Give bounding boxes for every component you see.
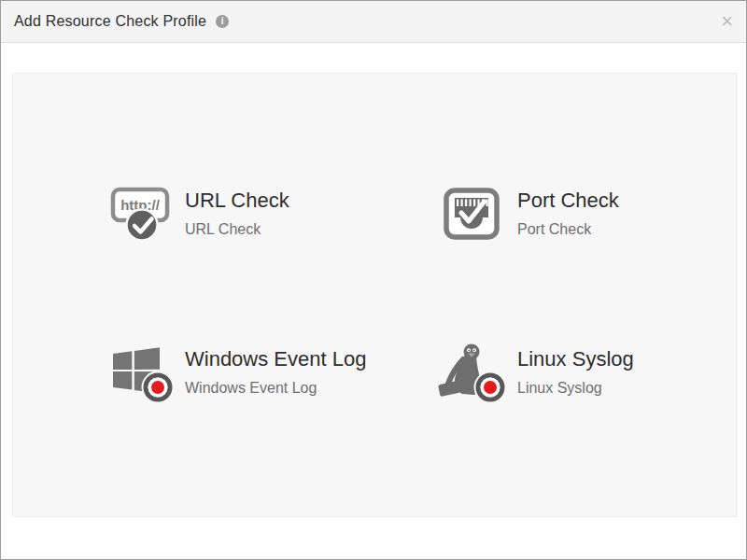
linux-syslog-icon <box>439 343 504 402</box>
option-linux-syslog[interactable]: Linux Syslog Linux Syslog <box>439 343 634 402</box>
option-title: Windows Event Log <box>185 349 366 370</box>
option-subtitle: Windows Event Log <box>185 381 366 396</box>
port-check-icon <box>439 184 504 244</box>
url-check-icon: http:// <box>106 184 172 244</box>
option-title: Linux Syslog <box>517 349 634 370</box>
option-subtitle: URL Check <box>185 222 289 237</box>
close-icon[interactable]: × <box>721 11 733 32</box>
info-icon[interactable]: i <box>216 15 229 28</box>
record-dot-icon <box>142 371 175 404</box>
record-dot-icon <box>474 371 507 404</box>
option-windows-event-log[interactable]: Windows Event Log Windows Event Log <box>106 343 366 402</box>
option-title: Port Check <box>517 190 619 211</box>
dialog-title: Add Resource Check Profile <box>14 13 206 30</box>
option-url-check[interactable]: http:// URL Check URL Check <box>106 184 289 244</box>
option-text: Windows Event Log Windows Event Log <box>185 349 366 396</box>
option-subtitle: Port Check <box>517 222 619 237</box>
option-text: Port Check Port Check <box>517 190 619 237</box>
dialog-header: Add Resource Check Profile i × <box>1 1 746 43</box>
options-panel: http:// URL Check URL Check <box>12 73 737 517</box>
windows-event-log-icon <box>106 343 172 402</box>
option-text: Linux Syslog Linux Syslog <box>517 349 634 396</box>
option-port-check[interactable]: Port Check Port Check <box>439 184 619 244</box>
add-resource-check-profile-dialog: Add Resource Check Profile i × http:// U… <box>0 0 747 560</box>
option-subtitle: Linux Syslog <box>517 381 634 396</box>
option-title: URL Check <box>185 190 289 211</box>
option-text: URL Check URL Check <box>185 190 289 237</box>
